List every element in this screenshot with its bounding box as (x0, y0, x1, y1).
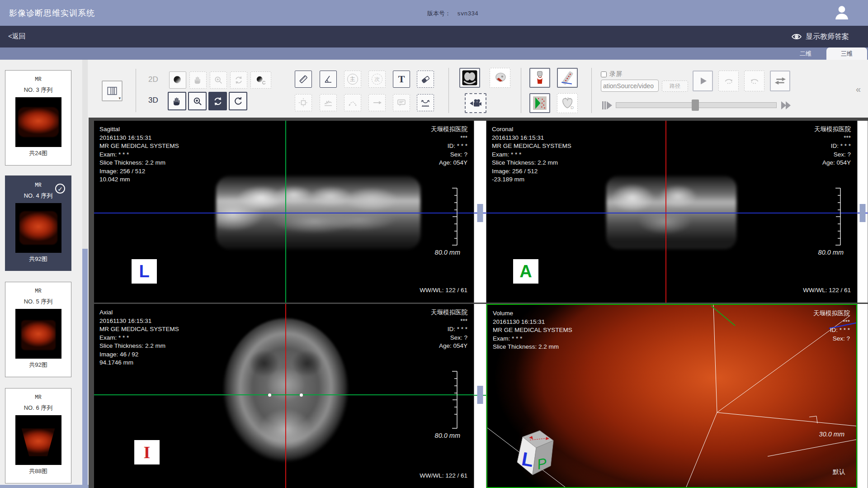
wl-rotate-2d-button[interactable] (250, 71, 271, 89)
rotate-cw-button[interactable] (718, 71, 739, 91)
profile-curve-button[interactable] (320, 94, 337, 111)
slice-scrollbar-right-bottom[interactable] (857, 304, 868, 488)
zoom-3d-button[interactable] (188, 92, 207, 110)
pan-3d-button[interactable] (168, 92, 186, 110)
video-export-button[interactable] (465, 93, 486, 113)
curve-measure-button[interactable] (417, 94, 434, 111)
orientation-letter-I: I (134, 440, 160, 464)
series-card-5[interactable]: MR NO. 5 序列 共92图 (5, 282, 71, 377)
slice-scrollbar-middle-bottom[interactable] (474, 304, 486, 488)
skip-start-icon[interactable] (600, 100, 614, 111)
text-tool-icon: T (398, 73, 405, 85)
magnifier-icon (213, 75, 223, 85)
tab-3d[interactable]: 三维 (826, 47, 867, 60)
viewport-axial[interactable]: Axial 20161130 16:15:31 MR GE MEDICAL SY… (94, 304, 474, 488)
dicom-info-right: 天堰模拟医院 *** ID: * * * Sex: ? (813, 309, 850, 343)
crosshair-horizontal-blue[interactable] (94, 213, 474, 213)
zoom-2d-button[interactable] (210, 71, 227, 89)
series-modality: MR (5, 288, 71, 294)
rotate-ccw-button[interactable] (744, 71, 764, 91)
secondary-point-button[interactable]: 次 (368, 71, 386, 88)
comment-button[interactable] (393, 94, 410, 111)
vp-datetime: 20161130 16:15:31 (99, 134, 179, 142)
sidebar-scrollbar-thumb[interactable] (82, 249, 88, 485)
arrow-annotation-button[interactable] (368, 94, 386, 111)
video-path-input[interactable] (601, 80, 659, 92)
crosshair-horizontal-green[interactable] (94, 394, 474, 395)
dicom-info-right: 天堰模拟医院 *** ID: * * * Sex: ? Age: 054Y (814, 125, 851, 167)
hand-icon (193, 75, 203, 85)
lung-preset-button[interactable] (459, 68, 480, 88)
primary-point-button[interactable]: 主 (344, 71, 361, 88)
roi-button[interactable] (295, 94, 312, 111)
series-thumbnail (15, 203, 61, 253)
spline-button[interactable] (344, 94, 361, 111)
crosshair-horizontal-blue[interactable] (486, 213, 857, 213)
scale-label: 80.0 mm (435, 432, 460, 439)
render-preset-label[interactable]: 默认 (833, 468, 845, 476)
playback-slider-thumb[interactable] (692, 99, 699, 111)
reset-3d-button[interactable] (229, 92, 247, 110)
loop-swap-button[interactable] (770, 71, 790, 91)
vp-thickness: Slice Thickness: 2.2 mm (493, 343, 572, 351)
viewport-sagittal[interactable]: Sagittal 20161130 16:15:31 MR GE MEDICAL… (94, 121, 474, 303)
measure-angle-button[interactable] (320, 71, 337, 88)
tab-2d[interactable]: 二维 (788, 47, 823, 60)
secondary-label: 次 (374, 76, 380, 83)
pan-2d-button[interactable] (189, 71, 207, 89)
orientation-cube[interactable]: L P (507, 428, 561, 482)
spine-preset-button[interactable] (557, 68, 578, 88)
rotate-icon (234, 75, 244, 85)
back-button[interactable]: <返回 (8, 32, 26, 41)
crosshair-vertical-red[interactable] (665, 121, 666, 303)
marker-dot (268, 393, 271, 397)
vp-title: Axial (99, 308, 179, 317)
eraser-icon (420, 74, 431, 85)
record-screen-checkbox[interactable] (601, 71, 607, 77)
sidebar-horizontal-scrollbar[interactable] (0, 485, 89, 488)
lung-preset-icon (462, 70, 478, 86)
vp-hospital: 天堰模拟医院 (431, 125, 467, 134)
slice-scrollbar-middle-top[interactable] (474, 121, 486, 303)
rotate-2d-button[interactable] (230, 71, 247, 89)
slice-scrollbar-right-top[interactable] (857, 121, 868, 303)
vp-image-index: Image: 256 / 512 (99, 167, 179, 176)
primary-label: 主 (350, 76, 355, 83)
series-count: 共88图 (5, 467, 71, 475)
fast-forward-icon[interactable] (778, 100, 793, 111)
vp-hospital: 天堰模拟医院 (431, 308, 467, 317)
sidebar-scrollbar[interactable] (82, 60, 88, 488)
rotate-3d-button-selected[interactable] (208, 92, 227, 110)
series-card-3[interactable]: MR NO. 3 序列 共24图 (5, 70, 71, 166)
layout-button[interactable]: ▾ (102, 81, 123, 101)
collapse-toolbar-icon[interactable]: « (856, 84, 861, 95)
skull-preset-button[interactable] (490, 68, 510, 88)
toolbar-divider (591, 68, 592, 113)
slice-scroll-thumb[interactable] (477, 386, 483, 404)
segmentation-preset-button[interactable] (529, 93, 550, 113)
series-sidebar: MR NO. 3 序列 共24图 ✓ MR NO. 4 序列 共92图 MR N… (0, 60, 89, 488)
dicom-info-left: Sagittal 20161130 16:15:31 MR GE MEDICAL… (99, 125, 179, 184)
slice-scroll-thumb[interactable] (860, 204, 866, 222)
vp-id: ID: * * * (431, 142, 467, 151)
wl-2d-button[interactable] (169, 71, 186, 89)
user-icon[interactable] (833, 4, 851, 22)
crosshair-vertical-red[interactable] (285, 304, 286, 488)
path-button[interactable]: 路径 (662, 81, 688, 92)
show-teacher-answer-button[interactable]: 显示教师答案 (791, 31, 849, 42)
play-button[interactable] (693, 71, 713, 91)
eraser-button[interactable] (417, 71, 434, 88)
viewport-coronal[interactable]: Coronal 20161130 16:15:31 MR GE MEDICAL … (486, 121, 857, 303)
crosshair-vertical-green[interactable] (285, 121, 286, 303)
heart-preset-button[interactable]: D (557, 93, 578, 113)
knee-preset-button[interactable] (529, 68, 550, 88)
viewport-volume[interactable]: Volume 20161130 16:15:31 MR GE MEDICAL S… (486, 304, 857, 488)
measure-line-button[interactable] (295, 71, 312, 88)
text-annotation-button[interactable]: T (393, 71, 410, 88)
series-thumbnail (15, 309, 61, 359)
series-card-4-selected[interactable]: ✓ MR NO. 4 序列 共92图 (5, 175, 71, 271)
vp-stars: *** (814, 134, 851, 142)
skull-preset-icon (492, 70, 508, 85)
series-card-6[interactable]: MR NO. 6 序列 共88图 (5, 388, 71, 483)
slice-scroll-thumb[interactable] (477, 204, 483, 222)
